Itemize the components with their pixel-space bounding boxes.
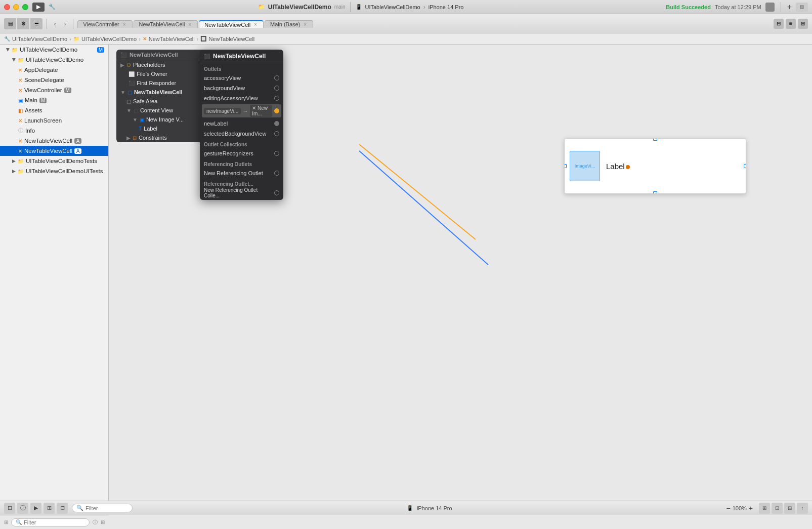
tool-btn4[interactable]: ↑: [797, 503, 808, 514]
new-ref-outlet-coll[interactable]: New Referencing Outlet Colle...: [200, 188, 283, 198]
minimize-button[interactable]: [13, 4, 19, 10]
sidebar-item-info[interactable]: ⓘ Info: [0, 126, 108, 136]
breadcrumb-class[interactable]: NewTableViewCell: [208, 36, 254, 42]
outlet-gesture[interactable]: gestureRecognizers: [200, 148, 283, 158]
tab-viewcontroller[interactable]: ViewController ×: [77, 20, 132, 28]
tool-btn3[interactable]: ⊟: [784, 503, 795, 514]
run-button[interactable]: ▶: [32, 3, 45, 12]
sidebar-item-viewcontroller[interactable]: ✕ ViewController M: [0, 85, 108, 95]
sidebar-info-button[interactable]: ⓘ: [93, 519, 98, 526]
new-ref-outlet[interactable]: New Referencing Outlet: [200, 168, 283, 178]
ib-cell[interactable]: ▼ ▢ NewTableViewCell: [116, 88, 205, 97]
vc-badge: M: [64, 88, 71, 93]
layout-btn2[interactable]: ≡: [786, 19, 796, 29]
handle-bottom[interactable]: [653, 191, 657, 194]
nav-back-button[interactable]: ‹: [51, 20, 59, 28]
window-button[interactable]: ⊞: [796, 3, 808, 12]
tab-main-base[interactable]: Main (Base) ×: [265, 20, 313, 28]
filter-input[interactable]: [86, 505, 131, 511]
sidebar-item-uitests[interactable]: ▶ 📁 UITableViewCellDemoUITests: [0, 166, 108, 176]
layout-btn1[interactable]: ⊟: [774, 19, 784, 29]
sidebar-root-label: UITableViewCellDemo: [20, 47, 77, 53]
tool-btn2[interactable]: ⊡: [772, 503, 783, 514]
tab-newtableviewcell2-close[interactable]: ×: [253, 21, 258, 28]
ib-filesowner[interactable]: ⬜ File's Owner: [116, 69, 205, 78]
ib-safearea[interactable]: ▢ Safe Area: [116, 97, 205, 106]
sidebar-item-group[interactable]: ▶ 📁 UITableViewCellDemo: [0, 55, 108, 65]
tab-newtableviewcell2[interactable]: NewTableViewCell ×: [199, 20, 264, 28]
plus-button[interactable]: +: [787, 3, 792, 12]
breadcrumb-root[interactable]: UITableViewCellDemo: [12, 36, 67, 42]
close-button[interactable]: [4, 4, 10, 10]
canvas-btn1[interactable]: ⊡: [4, 503, 15, 514]
inspector-toggle-btn[interactable]: ☰: [30, 18, 42, 29]
sidebar-item-appdelegate[interactable]: ✕ AppDelegate: [0, 65, 108, 75]
selectedbg-circle[interactable]: [274, 131, 279, 136]
ib-firstresponder[interactable]: ⬛ First Responder: [116, 78, 205, 88]
canvas-btn5[interactable]: ⊟: [57, 503, 68, 514]
tab-newtableviewcell1-close[interactable]: ×: [187, 21, 192, 28]
handle-right[interactable]: [744, 164, 746, 168]
gesture-circle[interactable]: [274, 151, 279, 156]
canvas-btn4[interactable]: ⊞: [44, 503, 55, 514]
ib-constraints[interactable]: ▶ ⊟ Constraints: [116, 133, 205, 142]
zoom-in-button[interactable]: +: [749, 504, 753, 512]
debug-toggle-btn[interactable]: ⚙: [17, 18, 29, 29]
sidebar-filter-container: 🔍: [11, 518, 90, 526]
outlet-editingaccessory[interactable]: editingAccessoryView: [200, 93, 283, 103]
scheme-label[interactable]: UITableViewCellDemo: [365, 4, 420, 10]
cube-icon: ⬛: [120, 52, 126, 58]
tab-viewcontroller-close[interactable]: ×: [122, 21, 127, 28]
outlet-backgroundview[interactable]: backgroundView: [200, 83, 283, 93]
sidebar-item-newtableviewcell1[interactable]: ✕ NewTableViewCell A: [0, 136, 108, 146]
handle-top[interactable]: [653, 138, 657, 141]
sidebar-item-scenedelegate[interactable]: ✕ SceneDelegate: [0, 75, 108, 85]
ib-newimage[interactable]: ▼ ▣ New Image V...: [116, 115, 205, 124]
canvas-btn2[interactable]: ⓘ: [17, 503, 28, 514]
sidebar-item-tests[interactable]: ▶ 📁 UITableViewCellDemoTests: [0, 156, 108, 166]
tab-viewcontroller-label: ViewController: [83, 21, 119, 27]
content-expand: ▼: [126, 108, 132, 113]
sidebar-item-root[interactable]: ▶ 📁 UITableViewCellDemo M: [0, 45, 108, 55]
ib-placeholders[interactable]: ▶ ⚇ Placeholders: [116, 60, 205, 69]
label-icon: T: [139, 126, 142, 132]
layout-btn3[interactable]: ⊞: [798, 19, 808, 29]
sidebar-item-newtableviewcell2[interactable]: ✕ NewTableViewCell A: [0, 146, 108, 156]
tab-main-base-close[interactable]: ×: [303, 21, 308, 28]
ref-coll-circle[interactable]: [274, 190, 279, 195]
ib-contentview[interactable]: ▼ ▢ Content View: [116, 106, 205, 115]
sidebar-more-button[interactable]: ⊞: [101, 519, 105, 525]
newlabel-circle[interactable]: [274, 121, 279, 126]
maximize-button[interactable]: [22, 4, 28, 10]
zoom-out-button[interactable]: −: [726, 504, 730, 512]
outlet-newimageview[interactable]: newImageVi... → ✕ New Im...: [202, 104, 281, 117]
nav-fwd-button[interactable]: ›: [61, 20, 69, 28]
sidebar-item-launchscreen[interactable]: ✕ LaunchScreen: [0, 115, 108, 126]
assets-label: Assets: [25, 107, 42, 113]
tab-list: ViewController × NewTableViewCell × NewT…: [77, 20, 772, 27]
tab-newtableviewcell1[interactable]: NewTableViewCell ×: [134, 20, 198, 28]
breadcrumb-file[interactable]: NewTableViewCell: [149, 36, 195, 42]
nav-toggle-btn[interactable]: ▤: [4, 18, 16, 29]
device-label[interactable]: iPhone 14 Pro: [429, 4, 464, 10]
backgroundview-label: backgroundView: [204, 85, 271, 91]
outlet-accessoryview[interactable]: accessoryView: [200, 73, 283, 83]
editingaccessory-circle[interactable]: [274, 96, 279, 101]
sidebar-item-main[interactable]: ▣ Main M: [0, 95, 108, 105]
backgroundview-circle[interactable]: [274, 86, 279, 91]
preview-label-text: Label: [606, 162, 625, 171]
project-title: UITableViewCellDemo: [268, 4, 331, 11]
outlet-newlabel[interactable]: newLabel: [200, 118, 283, 129]
preview-imageview[interactable]: ImageVi...: [570, 151, 600, 181]
ref-outlet-circle[interactable]: [274, 171, 279, 176]
newimageview-circle[interactable]: [274, 108, 279, 113]
accessoryview-circle[interactable]: [274, 75, 279, 80]
canvas-btn3[interactable]: ▶: [30, 503, 41, 514]
handle-left[interactable]: [564, 164, 567, 168]
sidebar-filter-input[interactable]: [24, 519, 85, 525]
outlet-selectedbg[interactable]: selectedBackgroundView: [200, 129, 283, 139]
sidebar-item-assets[interactable]: ◧ Assets: [0, 105, 108, 115]
tool-btn1[interactable]: ⊞: [759, 503, 770, 514]
ib-label[interactable]: T Label: [116, 124, 205, 133]
breadcrumb-group[interactable]: UITableViewCellDemo: [81, 36, 137, 42]
